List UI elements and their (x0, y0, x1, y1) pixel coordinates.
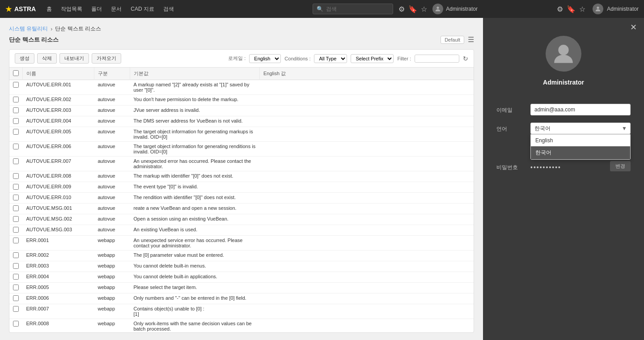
row-category-8: autovue (94, 182, 130, 193)
search-box[interactable]: 🔍 (313, 4, 393, 14)
page-title-actions: Default ☰ (441, 35, 474, 44)
settings-icon-right[interactable]: ⚙ (557, 5, 563, 13)
header-checkbox[interactable] (9, 68, 23, 80)
star-icon-right[interactable]: ☆ (579, 5, 585, 13)
prefix-select[interactable]: Select Prefix (351, 54, 394, 63)
row-select-20[interactable] (13, 321, 19, 327)
row-checkbox-16[interactable] (9, 272, 23, 283)
row-select-11[interactable] (13, 216, 19, 222)
row-checkbox-14[interactable] (9, 251, 23, 261)
row-select-5[interactable] (13, 144, 19, 149)
row-name-8: AUTOVUE.ERR.009 (23, 182, 94, 193)
row-checkbox-12[interactable] (9, 225, 23, 236)
row-checkbox-0[interactable] (9, 80, 23, 95)
nav-search[interactable]: 검색 (160, 4, 178, 15)
row-checkbox-6[interactable] (9, 157, 23, 171)
row-select-10[interactable] (13, 205, 19, 211)
table-row: AUTOVUE.MSG.003 autovue An existing VueB… (9, 225, 474, 236)
nav-document[interactable]: 문서 (107, 4, 125, 15)
row-english-15 (260, 261, 474, 272)
nav-worklist[interactable]: 작업목록 (57, 4, 86, 15)
row-checkbox-11[interactable] (9, 214, 23, 225)
row-select-4[interactable] (13, 129, 19, 135)
table-scroll-area[interactable]: 이름 구분 기본값 English 값 AUTOVUE.ERR.001 auto… (9, 68, 474, 332)
table-row: AUTOVUE.ERR.010 autovue The rendition wi… (9, 193, 474, 204)
language-option-korean[interactable]: 한국어 (531, 146, 630, 159)
password-change-button[interactable]: 변경 (610, 161, 631, 171)
row-select-15[interactable] (13, 263, 19, 269)
row-name-7: AUTOVUE.ERR.008 (23, 171, 94, 182)
row-select-18[interactable] (13, 295, 19, 301)
search-input[interactable] (326, 6, 389, 12)
right-panel-topbar: ⚙ 🔖 ☆ Administrator (483, 0, 644, 18)
bookmark-icon[interactable]: 🔖 (408, 5, 417, 13)
row-select-0[interactable] (13, 82, 19, 88)
row-checkbox-1[interactable] (9, 95, 23, 106)
row-default-20: Only work-items with the same decision v… (130, 319, 260, 333)
row-default-11: Open a session using an existing VueBean… (130, 214, 260, 225)
user-info[interactable]: Administrator (432, 4, 478, 14)
nav-home[interactable]: 홈 (43, 4, 55, 15)
row-select-13[interactable] (13, 238, 19, 243)
row-checkbox-18[interactable] (9, 293, 23, 304)
language-dropdown[interactable]: English 한국어 (530, 134, 631, 160)
table-row: AUTOVUE.MSG.001 autovue reate a new VueB… (9, 204, 474, 214)
locale-select[interactable]: English 한국어 (249, 54, 281, 63)
row-default-5: The target object information for genera… (130, 142, 260, 157)
row-checkbox-8[interactable] (9, 182, 23, 193)
row-default-9: The rendition with identifier "[0]" does… (130, 193, 260, 204)
select-all-checkbox[interactable] (13, 70, 19, 76)
row-checkbox-20[interactable] (9, 319, 23, 333)
row-select-9[interactable] (13, 195, 19, 200)
nav-cad[interactable]: CAD 지료 (127, 4, 158, 15)
logo-star-icon: ★ (5, 5, 12, 13)
row-select-14[interactable] (13, 252, 19, 258)
row-category-17: webapp (94, 283, 130, 293)
row-select-16[interactable] (13, 274, 19, 280)
row-checkbox-2[interactable] (9, 106, 23, 116)
row-checkbox-9[interactable] (9, 193, 23, 204)
row-select-19[interactable] (13, 306, 19, 312)
bookmark-icon-right[interactable]: 🔖 (567, 5, 576, 13)
conditions-select[interactable]: All Type (314, 54, 347, 63)
top-navigation: ★ ASTRA 홈 작업목록 폴더 문서 CAD 지료 검색 🔍 ⚙ 🔖 ☆ A… (0, 0, 483, 18)
row-checkbox-15[interactable] (9, 261, 23, 272)
row-select-1[interactable] (13, 97, 19, 102)
delete-button[interactable]: 삭제 (37, 53, 57, 64)
row-select-3[interactable] (13, 118, 19, 124)
email-field[interactable] (530, 104, 631, 115)
row-checkbox-13[interactable] (9, 236, 23, 251)
table-row: AUTOVUE.ERR.001 autovue A markup named "… (9, 80, 474, 95)
row-default-3: The DMS server address for VueBean is no… (130, 116, 260, 127)
nav-folder[interactable]: 폴더 (88, 4, 106, 15)
row-checkbox-4[interactable] (9, 127, 23, 142)
create-button[interactable]: 생성 (15, 53, 34, 64)
row-select-12[interactable] (13, 227, 19, 233)
row-select-6[interactable] (13, 158, 19, 164)
row-english-16 (260, 272, 474, 283)
language-select[interactable]: 한국어 English (530, 123, 631, 134)
import-button[interactable]: 가져오기 (92, 53, 121, 64)
row-select-8[interactable] (13, 184, 19, 190)
language-option-english[interactable]: English (531, 135, 630, 146)
default-button[interactable]: Default (441, 36, 464, 44)
row-checkbox-7[interactable] (9, 171, 23, 182)
filter-input[interactable] (415, 55, 459, 63)
row-checkbox-19[interactable] (9, 304, 23, 319)
row-checkbox-3[interactable] (9, 116, 23, 127)
breadcrumb-parent[interactable]: 시스템 유틸리티 (9, 25, 48, 33)
row-checkbox-17[interactable] (9, 283, 23, 293)
row-checkbox-10[interactable] (9, 204, 23, 214)
close-icon[interactable]: ✕ (630, 22, 637, 32)
row-checkbox-5[interactable] (9, 142, 23, 157)
row-select-7[interactable] (13, 173, 19, 179)
row-select-2[interactable] (13, 107, 19, 113)
settings-icon[interactable]: ⚙ (398, 5, 405, 13)
export-button[interactable]: 내보내기 (59, 53, 89, 64)
hamburger-menu-icon[interactable]: ☰ (468, 35, 474, 44)
refresh-icon[interactable]: ↻ (463, 55, 468, 62)
row-select-17[interactable] (13, 285, 19, 290)
star-icon[interactable]: ☆ (421, 5, 427, 13)
row-english-6 (260, 157, 474, 171)
row-default-18: Only numbers and "-" can be entered in t… (130, 293, 260, 304)
